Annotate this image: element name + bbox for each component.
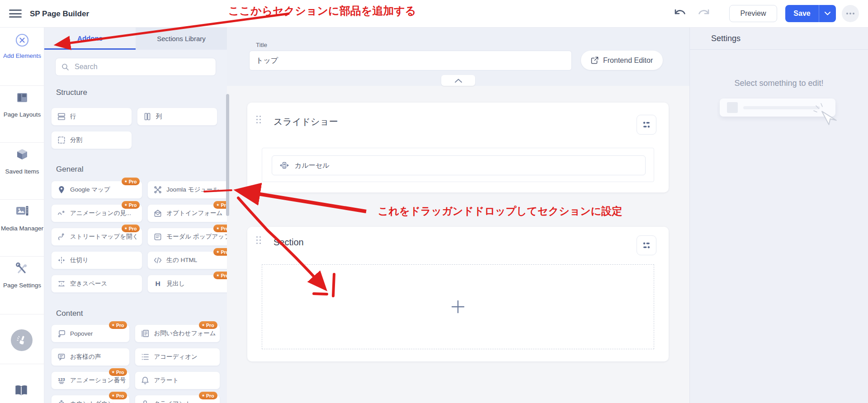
app-title: SP Page Builder xyxy=(30,0,89,28)
sidebar-item-add-elements[interactable]: Add Elements xyxy=(0,32,44,60)
addon-raw-html[interactable]: 生の HTML★Pro xyxy=(147,251,227,269)
addon-optin-form[interactable]: オプトインフォーム★Pro xyxy=(147,204,227,222)
addon-map-pin[interactable]: Google マップ★Pro xyxy=(51,181,142,199)
contact-form-icon xyxy=(141,329,150,338)
addon-modal-popup[interactable]: モーダル ポップアップ★Pro xyxy=(147,228,227,246)
page-settings-icon xyxy=(14,262,30,278)
add-addon-plus-icon[interactable] xyxy=(450,299,466,314)
sidebar-item-saved-items[interactable]: Saved Items xyxy=(0,148,44,175)
pro-badge: ★Pro xyxy=(213,248,227,256)
addons-tabbar: Addons Sections Library xyxy=(44,28,227,50)
addon-label: アラート xyxy=(154,376,179,384)
panel-scrollbar-thumb[interactable] xyxy=(226,94,229,216)
popover-icon xyxy=(57,329,66,338)
map-pin-icon xyxy=(57,185,66,194)
addon-popover[interactable]: Popover★Pro xyxy=(51,324,130,342)
raw-html-icon xyxy=(153,256,162,265)
addon-label: 空きスペース xyxy=(70,280,107,288)
addon-row[interactable]: 行 xyxy=(51,108,132,126)
tab-addons[interactable]: Addons xyxy=(44,28,136,50)
addon-label: 分割 xyxy=(70,136,82,144)
addon-label: 見出し xyxy=(166,280,185,288)
addon-search xyxy=(55,58,216,76)
addon-section-heading: General xyxy=(56,165,83,174)
empty-section-dropzone[interactable] xyxy=(262,264,654,349)
pro-badge: ★Pro xyxy=(213,201,227,209)
sidebar-divider xyxy=(0,199,44,200)
sp-page-builder-app: SP Page Builder Preview Save xyxy=(0,0,868,403)
addon-label: お客様の声 xyxy=(70,353,101,361)
addon-label: Google マップ xyxy=(70,186,110,194)
page-title-input[interactable] xyxy=(249,51,572,70)
section-options-button[interactable] xyxy=(637,235,656,255)
collapse-titlebar-button[interactable] xyxy=(441,75,475,86)
addon-column[interactable]: 列 xyxy=(137,108,218,126)
addon-contact-form[interactable]: お問い合わせフォーム★Pro xyxy=(135,324,220,342)
addon-label: 列 xyxy=(156,112,162,121)
search-input[interactable] xyxy=(74,62,210,71)
chevron-up-icon xyxy=(455,79,462,83)
street-map-icon xyxy=(57,232,66,241)
clear-page-button[interactable] xyxy=(11,329,33,351)
addon-accordion[interactable]: アコーディオン xyxy=(135,348,220,366)
section-title: スライドショー xyxy=(274,116,338,128)
addon-divider[interactable]: 仕切り xyxy=(51,251,142,269)
section-options-button[interactable] xyxy=(637,115,656,135)
row-container: カルーセル xyxy=(262,148,654,182)
joomla-icon xyxy=(153,185,162,194)
addon-label: ストリートマップを開く xyxy=(70,233,138,241)
addon-animated-number[interactable]: 123アニメーション番号★Pro xyxy=(51,371,130,389)
sidebar-divider xyxy=(0,256,44,257)
hamburger-menu-icon[interactable] xyxy=(9,9,22,18)
pro-badge: ★Pro xyxy=(199,392,217,399)
addon-carousel-instance[interactable]: カルーセル xyxy=(272,155,646,175)
addon-label: Joomla モジュール xyxy=(166,186,219,194)
addon-label: Popover xyxy=(70,330,93,337)
divider-icon xyxy=(57,256,66,265)
more-options-button[interactable] xyxy=(842,5,859,22)
sidebar-item-media-manager[interactable]: Media Manager xyxy=(0,205,44,232)
addon-heading-h[interactable]: H見出し★Pro xyxy=(147,275,227,293)
frontend-editor-button[interactable]: Frontend Editor xyxy=(581,51,663,70)
tab-sections-library[interactable]: Sections Library xyxy=(136,28,227,50)
pro-badge: ★Pro xyxy=(213,225,227,232)
preview-button[interactable]: Preview xyxy=(729,5,777,22)
pro-badge: ★Pro xyxy=(213,272,227,279)
addons-panel: Addons Sections Library Structure行列分割Gen… xyxy=(44,28,227,403)
svg-text:123: 123 xyxy=(58,377,65,382)
external-link-icon xyxy=(591,56,599,64)
annotation-note-top: ここからセクションに部品を追加する xyxy=(228,4,416,18)
addon-section-heading: Content xyxy=(56,309,83,318)
addon-split[interactable]: 分割 xyxy=(51,131,132,149)
pro-badge: ★Pro xyxy=(199,321,217,329)
addon-street-map[interactable]: ストリートマップを開く★Pro xyxy=(51,228,142,246)
pro-badge: ★Pro xyxy=(122,225,140,232)
sidebar-item-page-settings[interactable]: Page Settings xyxy=(0,262,44,289)
undo-icon[interactable] xyxy=(674,9,687,19)
addon-label: アニメーション番号 xyxy=(70,376,126,384)
addon-countdown[interactable]: カウントダウン★Pro xyxy=(51,395,130,403)
section-title: Section xyxy=(274,237,304,248)
media-manager-icon xyxy=(14,205,30,221)
addon-animation-path[interactable]: アニメーションの見...★Pro xyxy=(51,204,142,222)
save-button[interactable]: Save xyxy=(785,5,819,22)
save-button-group: Save xyxy=(785,5,836,22)
sidebar-item-page-layouts[interactable]: Page Layouts xyxy=(0,91,44,118)
addon-label: カウントダウン xyxy=(70,400,114,403)
addon-joomla[interactable]: Joomla モジュール xyxy=(147,181,227,199)
addon-alert[interactable]: アラート xyxy=(135,371,220,389)
pro-badge: ★Pro xyxy=(109,368,127,376)
addon-label: アニメーションの見... xyxy=(70,209,131,217)
drag-handle-icon[interactable] xyxy=(256,236,263,248)
addon-empty-space[interactable]: 空きスペース xyxy=(51,275,142,293)
drag-handle-icon[interactable] xyxy=(256,116,263,127)
save-dropdown-button[interactable] xyxy=(819,5,836,22)
addon-testimonial[interactable]: お客様の声 xyxy=(51,348,130,366)
heading-h-icon: H xyxy=(153,279,162,288)
addon-person[interactable]: クライアント★Pro xyxy=(135,395,220,403)
documentation-book-icon[interactable] xyxy=(14,384,30,398)
addon-label: お問い合わせフォーム xyxy=(154,329,216,337)
redo-icon[interactable] xyxy=(697,9,710,19)
broom-icon xyxy=(16,334,28,346)
cursor-illustration-icon xyxy=(812,102,839,129)
